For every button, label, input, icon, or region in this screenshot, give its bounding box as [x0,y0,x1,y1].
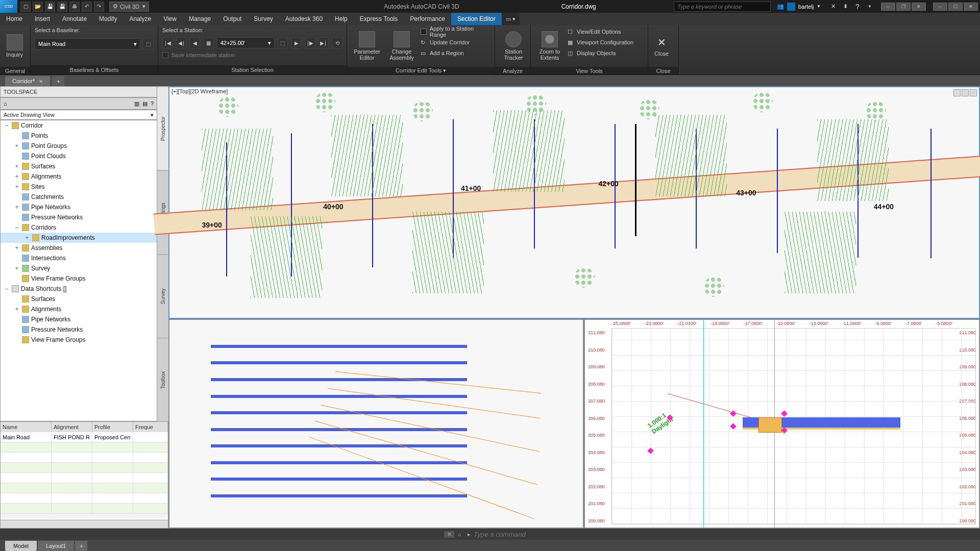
col-profile[interactable]: Profile [92,422,133,432]
qat-undo-button[interactable]: ↶ [82,2,92,12]
iso-viewport[interactable] [168,319,584,529]
apply-station-range-button[interactable]: Apply to a Station Range [421,27,491,36]
sidetab-survey[interactable]: Survey [157,254,168,338]
station-prev-sample-button[interactable]: ◀∣ [176,37,187,48]
tree-item-corridors[interactable]: –Corridors [1,222,157,233]
tab-home[interactable]: Home [0,13,29,25]
cell-name[interactable]: Main Road [1,432,52,442]
app-logo-icon[interactable]: C3D [0,0,17,13]
station-loop-button[interactable]: ⟲ [332,37,342,48]
sidetab-settings[interactable]: Settings [157,170,168,254]
col-frequency[interactable]: Freque [133,422,168,432]
baseline-pick-button[interactable]: ⬚ [142,38,154,49]
tree-item-alignments[interactable]: +Alignments [1,304,157,314]
station-input[interactable]: 42+25.00'▾ [217,37,275,48]
tab-view[interactable]: View [157,13,183,25]
workspace-selector[interactable]: ⚙ Civil 3D [109,2,149,12]
vp-max-icon[interactable]: ☐ [962,89,969,96]
change-assembly-button[interactable]: Change Assembly [386,27,418,65]
tree-item-pressure-networks[interactable]: Pressure Networks [1,324,157,335]
tree-item-survey[interactable]: +Survey [1,263,157,273]
maximize-button[interactable]: ☐ [948,3,963,11]
station-first-button[interactable]: ∣◀ [162,37,173,48]
qat-open-button[interactable]: 📂 [33,2,43,12]
panel-title-corridor-tools[interactable]: Corridor Edit Tools ▾ [347,67,495,74]
baseline-selector[interactable]: Main Road▾ [35,38,140,49]
tree-item-data-shortcuts-[interactable]: –Data Shortcuts [] [1,284,157,294]
station-last-button[interactable]: ▶∣ [318,37,329,48]
command-line[interactable]: ✕ ⌕ ▸ [0,529,980,540]
vp-close-icon[interactable]: ✕ [970,89,977,96]
signin-menu[interactable]: 👥 bartelj ▼ [777,3,821,11]
tree-item-view-frame-groups[interactable]: View Frame Groups [1,335,157,345]
parameter-editor-button[interactable]: Parameter Editor [351,27,383,65]
tab-performance[interactable]: Performance [404,13,451,25]
ts-help-icon[interactable]: ? [151,101,154,107]
tab-survey[interactable]: Survey [248,13,279,25]
prospector-tree[interactable]: –CorridorPoints+Point GroupsPoint Clouds… [0,120,157,421]
plan-viewport[interactable]: [+][Top][2D Wireframe] – ☐ ✕ [168,86,980,319]
close-section-editor-button[interactable]: ✕ Close [652,27,671,65]
tab-section-editor[interactable]: Section Editor [451,13,502,25]
tree-item-catchments[interactable]: Catchments [1,192,157,202]
station-pick-button[interactable]: ⬚ [278,37,288,48]
cmdline-customize-icon[interactable]: ⌕ [454,531,464,537]
tree-item-point-clouds[interactable]: Point Clouds [1,151,157,161]
station-next-sample-button[interactable]: ∣▶ [305,37,315,48]
minimize-doc-button[interactable]: ─ [881,3,895,11]
sidetab-toolbox[interactable]: Toolbox [157,338,168,421]
grid-hscrollbar[interactable] [1,520,168,528]
toolspace-view-dropdown[interactable]: Active Drawing View ▾ [0,110,157,120]
station-next-button[interactable]: ▶ [291,37,302,48]
tree-item-sites[interactable]: +Sites [1,182,157,192]
col-name[interactable]: Name [1,422,52,432]
doctab-corridor[interactable]: Corridor* ✕ [5,76,50,86]
new-layout-tab-button[interactable]: ＋ [75,541,87,551]
ts-tool1-icon[interactable]: ▥ [134,101,139,107]
ts-tool2-icon[interactable]: ▤ [142,101,148,107]
minimize-button[interactable]: ─ [933,3,947,11]
tab-layout1[interactable]: Layout1 [38,541,74,551]
tree-item-surfaces[interactable]: Surfaces [1,294,157,304]
cmdline-close-icon[interactable]: ✕ [444,531,454,538]
tab-model[interactable]: Model [5,541,37,551]
qat-plot-button[interactable]: 🖶 [69,2,80,12]
tab-analyze[interactable]: Analyze [123,13,157,25]
tab-close-icon[interactable]: ✕ [39,79,43,84]
tree-item-points[interactable]: Points [1,131,157,141]
help-icon[interactable]: ? [851,2,864,12]
inquiry-button[interactable]: Inquiry [4,27,25,65]
ribbon-state-dropdown[interactable]: ▭ ▾ [502,13,520,25]
tree-item-view-frame-groups[interactable]: View Frame Groups [1,273,157,284]
tree-item-surfaces[interactable]: +Surfaces [1,161,157,171]
col-alignment[interactable]: Alignment [52,422,92,432]
close-button[interactable]: ✕ [964,3,978,11]
help-dropdown-icon[interactable]: ▼ [864,2,876,12]
viewport-config-button[interactable]: ▦ Viewport Configuration [568,38,633,47]
update-corridor-button[interactable]: ↻ Update Corridor [421,38,491,47]
vp-min-icon[interactable]: – [953,89,961,96]
new-doc-tab-button[interactable]: ＋ [52,76,64,86]
view-edit-options-button[interactable]: ☐ View/Edit Options [568,27,633,36]
apply-range-checkbox[interactable] [421,29,427,35]
qat-saveas-button[interactable]: 💾 [57,2,67,12]
a360-icon[interactable]: ⬍ [839,2,851,12]
infocenter-search[interactable]: Type a keyword or phrase [674,2,771,12]
restore-doc-button[interactable]: ❐ [896,3,911,11]
add-region-button[interactable]: ▭ Add a Region [421,48,491,58]
tab-annotate[interactable]: Annotate [56,13,93,25]
close-doc-button[interactable]: ✕ [912,3,926,11]
tree-item-point-groups[interactable]: +Point Groups [1,141,157,151]
tree-item-pipe-networks[interactable]: +Pipe Networks [1,202,157,212]
tree-item-roadimprovements[interactable]: +RoadImprovements [1,233,157,243]
viewport-label[interactable]: [+][Top][2D Wireframe] [172,88,228,94]
command-input[interactable] [474,531,780,538]
station-tracker-button[interactable]: Station Tracker [499,27,528,65]
cell-profile[interactable]: Proposed Cen [92,432,133,442]
qat-redo-button[interactable]: ↷ [94,2,104,12]
display-objects-button[interactable]: ◫ Display Objects [568,48,633,58]
section-viewport[interactable]: -25.0808'-23.0800'-21.0300'-19.0800'-17.… [584,319,980,529]
save-intermediate-checkbox[interactable] [162,52,168,58]
tab-autodesk360[interactable]: Autodesk 360 [279,13,329,25]
station-grid-icon[interactable]: ▦ [203,37,214,48]
